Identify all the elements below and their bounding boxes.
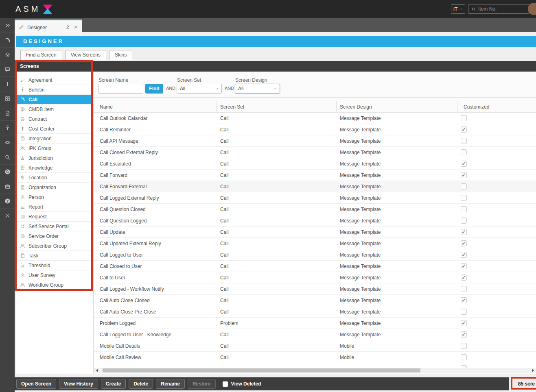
column-header-name[interactable]: Name bbox=[94, 101, 217, 112]
column-header-customized[interactable]: Customized bbox=[457, 101, 536, 112]
table-row[interactable]: Call Question ClosedCallMessage Template bbox=[94, 204, 536, 215]
table-row[interactable]: Call Closed to UserCallMessage Template bbox=[94, 261, 536, 272]
tab-designer[interactable]: Designer bbox=[15, 19, 82, 35]
scroll-left-arrow[interactable] bbox=[94, 368, 99, 373]
table-row[interactable]: Call API MessageCallMessage Template bbox=[94, 135, 536, 147]
scroll-thumb[interactable] bbox=[103, 368, 420, 372]
sidebar-item-contract[interactable]: Contract bbox=[16, 114, 93, 124]
tab-pin-icon[interactable] bbox=[65, 24, 70, 31]
tab-find-a-screen[interactable]: Find a Screen bbox=[20, 50, 62, 60]
customized-checkbox[interactable] bbox=[461, 172, 467, 178]
table-row[interactable]: Call EscalatedCallMessage Template bbox=[94, 158, 536, 170]
sidebar-item-task[interactable]: Task bbox=[16, 251, 93, 261]
customized-checkbox[interactable] bbox=[461, 309, 467, 315]
sidebar-item-report[interactable]: Report bbox=[16, 202, 93, 212]
table-row[interactable]: Call Outlook CalandarCallMessage Templat… bbox=[94, 113, 536, 124]
close-icon[interactable] bbox=[74, 25, 78, 30]
rail-button-briefcase-icon[interactable] bbox=[0, 179, 15, 194]
table-row[interactable]: Mobile Call ReviewCallMobile bbox=[94, 352, 536, 363]
rail-button-help-icon[interactable]: ? bbox=[0, 194, 15, 209]
customized-checkbox[interactable] bbox=[461, 115, 467, 121]
table-row[interactable]: Call Updated External ReplyCallMessage T… bbox=[94, 238, 536, 249]
table-row[interactable]: Call Logged to User - KnowledgeCallMessa… bbox=[94, 329, 536, 340]
rail-button-pushpin-icon[interactable] bbox=[0, 121, 15, 135]
table-row[interactable]: Call ForwardCallMessage Template bbox=[94, 170, 536, 181]
table-row[interactable]: Call Logged External ReplyCallMessage Te… bbox=[94, 192, 536, 204]
tab-skins[interactable]: Skins bbox=[109, 50, 132, 60]
table-row[interactable]: Call Forward ExternalCallMessage Templat… bbox=[94, 181, 536, 192]
customized-checkbox[interactable] bbox=[461, 240, 467, 246]
sidebar-item-subscriber-group[interactable]: Subscriber Group bbox=[16, 241, 93, 251]
sidebar-item-bulletin[interactable]: Bulletin bbox=[16, 85, 93, 95]
customized-checkbox[interactable] bbox=[461, 126, 467, 133]
rail-button-grid-icon[interactable] bbox=[0, 91, 15, 106]
horizontal-scrollbar[interactable] bbox=[94, 368, 536, 373]
column-header-screen-set[interactable]: Screen Set bbox=[217, 101, 337, 112]
sidebar-item-cost-center[interactable]: Cost Center bbox=[16, 124, 93, 134]
rail-button-chat-icon[interactable] bbox=[0, 62, 15, 77]
customized-checkbox[interactable] bbox=[461, 138, 467, 144]
column-header-screen-design[interactable]: Screen Design bbox=[337, 101, 457, 112]
customized-checkbox[interactable] bbox=[461, 206, 467, 212]
scroll-right-arrow[interactable] bbox=[530, 368, 535, 373]
table-row[interactable]: Call to UserCallMessage Template bbox=[94, 272, 536, 283]
region-select[interactable]: IT bbox=[451, 4, 465, 14]
sidebar-item-user-survey[interactable]: User Survey bbox=[16, 270, 93, 280]
sidebar-item-knowledge[interactable]: Knowledge bbox=[16, 163, 93, 173]
view-history-button[interactable]: View History bbox=[59, 379, 98, 389]
rail-button-document-icon[interactable] bbox=[0, 106, 15, 121]
tab-view-screens[interactable]: View Screens bbox=[65, 50, 106, 60]
find-button[interactable]: Find bbox=[145, 84, 163, 94]
table-row[interactable]: Call Auto Close ClosedCallMessage Templa… bbox=[94, 295, 536, 306]
rail-button-gear-icon[interactable] bbox=[0, 48, 15, 62]
customized-checkbox[interactable] bbox=[461, 297, 467, 303]
customized-checkbox[interactable] bbox=[461, 161, 467, 167]
sidebar-item-threshold[interactable]: Threshold bbox=[16, 261, 93, 270]
rail-button-search-icon[interactable] bbox=[0, 150, 15, 165]
rail-button-close-icon[interactable] bbox=[0, 209, 15, 223]
sidebar-item-service-order[interactable]: Service Order bbox=[16, 231, 93, 241]
sidebar-item-organization[interactable]: Organization bbox=[16, 183, 93, 192]
create-button[interactable]: Create bbox=[101, 379, 126, 389]
sidebar-item-integration[interactable]: Integration bbox=[16, 134, 93, 144]
sidebar-item-ipk-group[interactable]: IPK Group bbox=[16, 144, 93, 153]
table-row[interactable]: Call Logged to UserCallMessage Template bbox=[94, 249, 536, 261]
customized-checkbox[interactable] bbox=[461, 263, 467, 269]
customized-checkbox[interactable] bbox=[461, 331, 467, 338]
customized-checkbox[interactable] bbox=[461, 218, 467, 224]
rail-button-double-chevron-right-icon[interactable] bbox=[0, 18, 15, 33]
view-deleted-toggle[interactable]: View Deleted bbox=[223, 381, 261, 387]
table-row[interactable]: Call Closed External ReplyCallMessage Te… bbox=[94, 147, 536, 158]
customized-checkbox[interactable] bbox=[461, 343, 467, 349]
customized-checkbox[interactable] bbox=[461, 354, 467, 360]
open-screen-button[interactable]: Open Screen bbox=[16, 379, 56, 389]
rename-button[interactable]: Rename bbox=[156, 379, 185, 389]
sidebar-item-agreement[interactable]: Agreement bbox=[16, 75, 93, 85]
view-deleted-checkbox[interactable] bbox=[223, 381, 228, 387]
table-row[interactable]: Problem LoggedProblemMessage Template bbox=[94, 318, 536, 329]
rail-button-plus-icon[interactable] bbox=[0, 77, 15, 91]
rail-button-eye-icon[interactable] bbox=[0, 135, 15, 150]
sidebar-item-call[interactable]: Call bbox=[16, 95, 93, 105]
sidebar-item-jurisdiction[interactable]: Jurisdiction bbox=[16, 153, 93, 163]
screen-name-input[interactable] bbox=[98, 84, 143, 94]
item-search-input[interactable] bbox=[478, 6, 523, 12]
delete-button[interactable]: Delete bbox=[129, 379, 153, 389]
sidebar-item-workflow-group[interactable]: Workflow Group bbox=[16, 280, 93, 290]
screen-set-select[interactable]: All bbox=[177, 84, 222, 94]
item-search-box[interactable] bbox=[468, 4, 529, 14]
rail-button-phone-icon[interactable] bbox=[0, 33, 15, 48]
table-row[interactable]: Call Logged - Workflow NotifyCallMessage… bbox=[94, 283, 536, 295]
table-row[interactable]: Call Auto Close Pre-CloseCallMessage Tem… bbox=[94, 306, 536, 318]
table-row[interactable]: Call ReminderCallMessage Template bbox=[94, 124, 536, 135]
sidebar-item-request[interactable]: Request bbox=[16, 212, 93, 222]
table-row[interactable]: Call UpdateCallMessage Template bbox=[94, 226, 536, 238]
customized-checkbox[interactable] bbox=[461, 183, 467, 189]
customized-checkbox[interactable] bbox=[461, 252, 467, 258]
sidebar-item-cmdb-item[interactable]: CMDB Item bbox=[16, 105, 93, 114]
rail-button-search-badge-icon[interactable] bbox=[0, 165, 15, 179]
customized-checkbox[interactable] bbox=[461, 274, 467, 281]
screen-design-select[interactable]: All bbox=[235, 84, 280, 94]
table-row[interactable]: Call Question LoggedCallMessage Template bbox=[94, 215, 536, 226]
customized-checkbox[interactable] bbox=[461, 286, 467, 292]
